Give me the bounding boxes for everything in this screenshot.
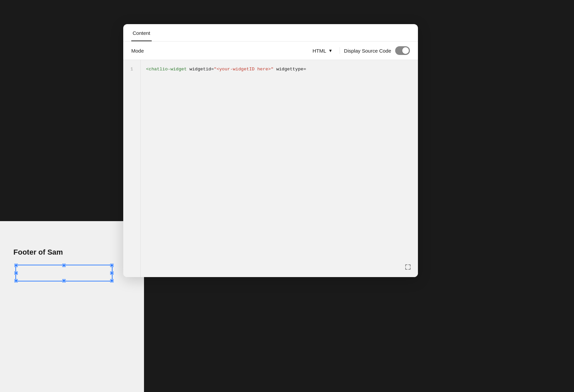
footer-area: Footer of Sam [0,235,144,257]
content-panel: Content Mode HTML ▾ Display Source Code … [123,24,418,277]
tag-open: <chatlio-widget [146,67,187,72]
code-content[interactable]: <chatlio-widget widgetid="<your-widgetID… [141,60,418,277]
display-source-toggle[interactable] [395,46,410,55]
attr-widgetid-name: widgetid= [190,67,214,72]
toolbar-separator [340,47,340,54]
line-number-1: 1 [131,65,133,73]
attr-widgettype-name: widgettype= [276,67,306,72]
dark-background [0,0,144,221]
tab-content[interactable]: Content [131,24,152,41]
mode-label: Mode [131,48,144,54]
mode-value: HTML [312,48,326,54]
line-numbers: 1 [123,60,141,277]
mode-dropdown[interactable]: HTML ▾ [310,47,336,55]
tab-row: Content [131,24,410,41]
display-source-label: Display Source Code [344,48,391,54]
code-line-1: <chatlio-widget widgetid="<your-widgetID… [146,65,413,73]
code-area: 1 <chatlio-widget widgetid="<your-widget… [123,60,418,277]
footer-title: Footer of Sam [13,248,131,257]
panel-header: Content [123,24,418,42]
toolbar: Mode HTML ▾ Display Source Code [123,42,418,60]
attr-widgetid-value: "<your-widgetID here>" [214,67,274,72]
chevron-down-icon: ▾ [328,48,333,53]
expand-button[interactable] [403,262,413,272]
